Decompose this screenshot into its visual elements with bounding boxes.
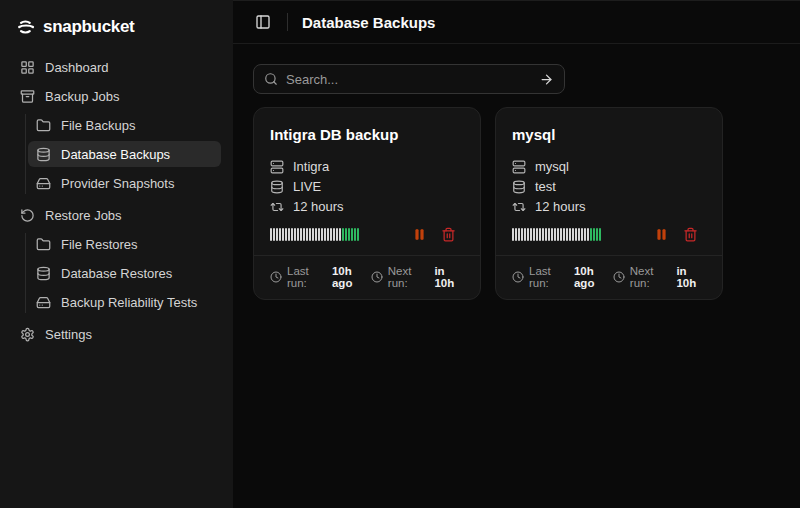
last-run-label: Last run: [529, 265, 569, 289]
next-run-value: in 10h [676, 265, 706, 289]
repeat-icon [512, 200, 526, 214]
job-title: mysql [512, 126, 706, 143]
sidebar-toggle-button[interactable] [253, 12, 273, 32]
job-schedule: 12 hours [293, 199, 344, 214]
last-run-label: Last run: [287, 265, 327, 289]
top-bar: Database Backups [233, 1, 800, 44]
run-history-row [512, 227, 706, 242]
database-icon [36, 266, 51, 281]
run-history-row [270, 227, 464, 242]
sidebar-item-label: Backup Jobs [45, 89, 119, 104]
sidebar-item-label: Backup Reliability Tests [61, 295, 197, 310]
page-title: Database Backups [302, 14, 435, 31]
backup-job-cards: Intigra DB backup Intigra LIVE [253, 107, 780, 300]
tree-guide-line [25, 233, 26, 313]
last-run-info: Last run: 10h ago [270, 265, 371, 289]
job-server-name: mysql [535, 159, 569, 174]
sidebar-item-backup-jobs[interactable]: Backup Jobs [12, 83, 221, 109]
next-run-info: Next run: in 10h [371, 265, 464, 289]
rotate-ccw-icon [20, 208, 35, 223]
last-run-info: Last run: 10h ago [512, 265, 613, 289]
sidebar-nav: Dashboard Backup Jobs File Backups Datab… [0, 54, 233, 347]
sidebar-item-file-restores[interactable]: File Restores [28, 231, 221, 257]
sidebar-item-backup-reliability-tests[interactable]: Backup Reliability Tests [28, 289, 221, 315]
delete-job-button[interactable] [441, 227, 456, 242]
clock-icon [613, 271, 625, 283]
folder-icon [36, 237, 51, 252]
clock-icon [512, 271, 524, 283]
job-schedule-row: 12 hours [512, 199, 706, 214]
archive-box-icon [20, 89, 35, 104]
next-run-value: in 10h [434, 265, 464, 289]
main-area: Database Backups Intigra DB backup Intig… [233, 0, 800, 508]
job-schedule-row: 12 hours [270, 199, 464, 214]
search-input[interactable] [286, 72, 531, 87]
gear-icon [20, 327, 35, 342]
server-icon [270, 160, 284, 174]
clock-icon [371, 271, 383, 283]
tree-guide-line [25, 114, 26, 194]
grid-icon [20, 60, 35, 75]
job-database-name: LIVE [293, 179, 321, 194]
hard-drive-icon [36, 295, 51, 310]
restore-jobs-subgroup: File Restores Database Restores Backup R… [12, 231, 221, 315]
sidebar: snapbucket Dashboard Backup Jobs File Ba… [0, 0, 233, 508]
app-name: snapbucket [43, 17, 134, 37]
sidebar-item-database-backups[interactable]: Database Backups [28, 141, 221, 167]
repeat-icon [270, 200, 284, 214]
sidebar-item-label: File Restores [61, 237, 138, 252]
sidebar-item-provider-snapshots[interactable]: Provider Snapshots [28, 170, 221, 196]
sidebar-item-label: Dashboard [45, 60, 109, 75]
header-divider [287, 13, 288, 31]
job-footer: Last run: 10h ago Next run: in 10h [254, 255, 480, 299]
last-run-value: 10h ago [332, 265, 371, 289]
sidebar-item-database-restores[interactable]: Database Restores [28, 260, 221, 286]
next-run-label: Next run: [388, 265, 430, 289]
backup-job-card: Intigra DB backup Intigra LIVE [253, 107, 481, 300]
sidebar-item-label: Provider Snapshots [61, 176, 174, 191]
folder-icon [36, 118, 51, 133]
job-footer: Last run: 10h ago Next run: in 10h [496, 255, 722, 299]
run-history-ticks [270, 228, 388, 241]
job-title: Intigra DB backup [270, 126, 464, 143]
content-area: Intigra DB backup Intigra LIVE [233, 44, 800, 320]
sidebar-item-dashboard[interactable]: Dashboard [12, 54, 221, 80]
snapbucket-waves-icon [16, 16, 38, 38]
job-database-name: test [535, 179, 556, 194]
pause-job-button[interactable] [654, 227, 669, 242]
arrow-right-icon[interactable] [539, 72, 554, 87]
sidebar-item-file-backups[interactable]: File Backups [28, 112, 221, 138]
server-icon [512, 160, 526, 174]
run-history-ticks [512, 228, 630, 241]
clock-icon [270, 271, 282, 283]
job-server-row: Intigra [270, 159, 464, 174]
sidebar-item-label: Settings [45, 327, 92, 342]
delete-job-button[interactable] [683, 227, 698, 242]
job-database-row: test [512, 179, 706, 194]
sidebar-item-settings[interactable]: Settings [12, 321, 221, 347]
database-icon [36, 147, 51, 162]
job-server-row: mysql [512, 159, 706, 174]
job-database-row: LIVE [270, 179, 464, 194]
sidebar-item-label: File Backups [61, 118, 135, 133]
database-icon [270, 180, 284, 194]
next-run-info: Next run: in 10h [613, 265, 706, 289]
search-bar[interactable] [253, 64, 565, 94]
sidebar-item-restore-jobs[interactable]: Restore Jobs [12, 202, 221, 228]
sidebar-item-label: Database Backups [61, 147, 170, 162]
job-server-name: Intigra [293, 159, 329, 174]
search-icon [264, 72, 278, 86]
database-icon [512, 180, 526, 194]
pause-job-button[interactable] [412, 227, 427, 242]
sidebar-item-label: Database Restores [61, 266, 172, 281]
job-schedule: 12 hours [535, 199, 586, 214]
next-run-label: Next run: [630, 265, 672, 289]
sidebar-item-label: Restore Jobs [45, 208, 122, 223]
last-run-value: 10h ago [574, 265, 613, 289]
backup-job-card: mysql mysql test 12 [495, 107, 723, 300]
app-logo[interactable]: snapbucket [0, 12, 233, 54]
backup-jobs-subgroup: File Backups Database Backups Provider S… [12, 112, 221, 196]
hard-drive-icon [36, 176, 51, 191]
